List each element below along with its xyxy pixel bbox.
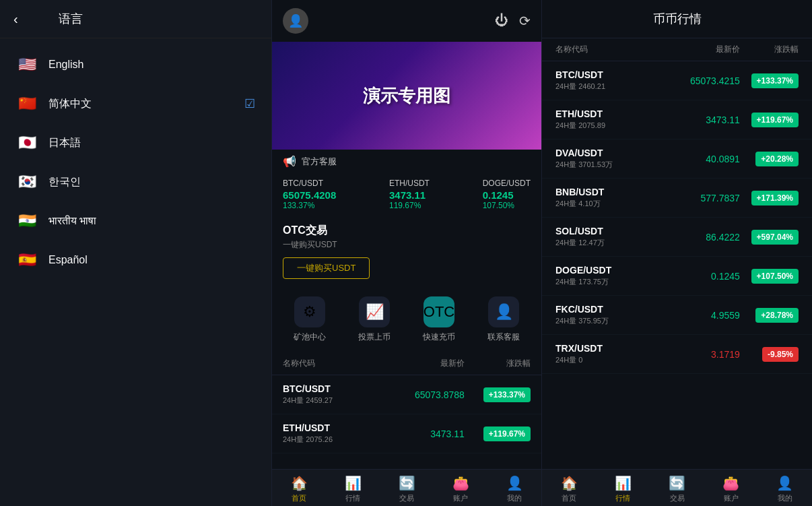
r-pair-col: TRX/USDT 24H量 0 (555, 343, 656, 365)
change-badge: +119.67% (483, 426, 531, 441)
r-pair-name: BNB/USDT (555, 187, 656, 197)
right-nav-label-market: 行情 (615, 493, 630, 503)
avatar[interactable]: 👤 (283, 8, 308, 34)
r-pair-change: -9.85% (740, 347, 799, 362)
service-label: 联系客服 (487, 331, 520, 343)
otc-section: OTC交易 一键购买USDT 一键购买USDT (272, 216, 541, 287)
power-icon[interactable]: ⏻ (495, 13, 508, 29)
lang-item-en[interactable]: 🇺🇸 English (0, 45, 271, 84)
r-pair-volume: 24H量 2075.89 (555, 121, 656, 131)
market-row[interactable]: BTC/USDT 24H量 2459.27 65073.8788 +133.37… (272, 375, 541, 414)
right-market-row[interactable]: SOL/USDT 24H量 12.47万 86.4222 +597.04% (542, 218, 812, 257)
r-change-badge: +107.50% (751, 269, 799, 284)
ticker-pair: DOGE/USDT (483, 179, 531, 188)
r-pair-change: +28.78% (740, 308, 799, 323)
right-nav-item-trade[interactable]: 🔄 交易 (650, 475, 704, 503)
r-pair-change: +107.50% (740, 269, 799, 284)
right-nav-item-home[interactable]: 🏠 首页 (542, 475, 596, 503)
ticker-change: 107.50% (483, 201, 514, 210)
r-pair-volume: 24H量 173.75万 (555, 277, 656, 287)
r-pair-col: BNB/USDT 24H量 4.10万 (555, 187, 656, 209)
main-panel: 👤 ⏻ ⟳ 演示专用图 📢 官方客服 BTC/USDT 65075.4208 1… (271, 0, 542, 506)
pair-change: +133.37% (465, 387, 531, 402)
r-pair-change: +20.28% (740, 152, 799, 166)
market-row[interactable]: ETH/USDT 24H量 2075.26 3473.11 +119.67% (272, 414, 541, 453)
right-market-row[interactable]: TRX/USDT 24H量 0 3.1719 -9.85% (542, 335, 812, 374)
right-header: 币币行情 (542, 0, 812, 38)
nav-icon-trade: 🔄 (399, 475, 415, 491)
right-nav-item-account[interactable]: 👛 账户 (704, 475, 758, 503)
lang-item-zh[interactable]: 🇨🇳 简体中文 ☑ (0, 84, 271, 123)
refresh-icon[interactable]: ⟳ (519, 13, 531, 29)
right-nav-icon-market: 📊 (615, 475, 632, 491)
r-pair-price: 3473.11 (656, 115, 739, 125)
r-pair-name: BTC/USDT (555, 69, 656, 80)
nav-item-home[interactable]: 🏠 首页 (272, 475, 326, 503)
nav-icon-market: 📊 (345, 475, 362, 491)
lang-item-ko[interactable]: 🇰🇷 한국인 (0, 162, 271, 201)
r-col-price: 最新价 (656, 44, 739, 55)
listing-icon: 📈 (359, 296, 390, 327)
right-market-row[interactable]: BTC/USDT 24H量 2460.21 65073.4215 +133.37… (542, 61, 812, 100)
menu-item-service[interactable]: 👤 联系客服 (487, 296, 520, 343)
right-nav-icon-mine: 👤 (776, 475, 793, 491)
speaker-icon: 📢 (283, 155, 296, 168)
otc-button[interactable]: 一键购买USDT (283, 257, 370, 279)
r-pair-col: ETH/USDT 24H量 2075.89 (555, 108, 656, 131)
r-pair-col: BTC/USDT 24H量 2460.21 (555, 69, 656, 92)
lang-item-ja[interactable]: 🇯🇵 日本語 (0, 123, 271, 162)
flag-icon-ko: 🇰🇷 (16, 175, 38, 189)
r-pair-change: +597.04% (740, 230, 799, 245)
ticker-change: 119.67% (389, 201, 421, 210)
r-change-badge: -9.85% (762, 347, 799, 362)
mining-label: 矿池中心 (294, 331, 326, 343)
r-pair-name: DVA/USDT (555, 148, 656, 158)
flag-icon-en: 🇺🇸 (16, 57, 38, 72)
right-nav-item-market[interactable]: 📊 行情 (596, 475, 650, 503)
otc-icon: OTC (424, 296, 454, 327)
market-table: 名称代码 最新价 涨跌幅 BTC/USDT 24H量 2459.27 65073… (272, 352, 541, 469)
nav-item-mine[interactable]: 👤 我的 (487, 475, 541, 503)
lang-title: 语言 (59, 11, 83, 27)
right-market-row[interactable]: DVA/USDT 24H量 3701.53万 40.0891 +20.28% (542, 139, 812, 179)
right-market-row[interactable]: BNB/USDT 24H量 4.10万 577.7837 +171.39% (542, 179, 812, 218)
menu-item-otc[interactable]: OTC 快速充币 (423, 296, 455, 343)
right-nav-label-trade: 交易 (670, 493, 685, 503)
pair-name: ETH/USDT (283, 422, 382, 433)
ticker-change: 133.37% (283, 201, 314, 210)
change-badge: +133.37% (483, 387, 531, 402)
right-nav-label-mine: 我的 (778, 493, 792, 503)
bottom-nav: 🏠 首页 📊 行情 🔄 交易 👛 账户 👤 我的 (272, 469, 541, 506)
right-nav-item-mine[interactable]: 👤 我的 (758, 475, 812, 503)
lang-item-es[interactable]: 🇪🇸 Español (0, 241, 271, 280)
r-pair-name: SOL/USDT (555, 226, 656, 236)
right-market-row[interactable]: FKC/USDT 24H量 375.95万 4.9559 +28.78% (542, 296, 812, 335)
otc-title: OTC交易 (283, 224, 531, 238)
pair-volume: 24H量 2459.27 (283, 396, 382, 406)
r-pair-price: 0.1245 (656, 271, 739, 282)
menu-item-mining[interactable]: ⚙ 矿池中心 (294, 296, 326, 343)
right-market-row[interactable]: ETH/USDT 24H量 2075.89 3473.11 +119.67% (542, 100, 812, 139)
right-market-row[interactable]: DOGE/USDT 24H量 173.75万 0.1245 +107.50% (542, 257, 812, 296)
nav-item-trade[interactable]: 🔄 交易 (380, 475, 434, 503)
r-change-badge: +20.28% (755, 152, 799, 166)
r-pair-col: SOL/USDT 24H量 12.47万 (555, 226, 656, 248)
back-button[interactable]: ‹ (13, 11, 18, 27)
nav-item-market[interactable]: 📊 行情 (326, 475, 380, 503)
pair-volume: 24H量 2075.26 (283, 435, 382, 445)
menu-item-listing[interactable]: 📈 投票上币 (358, 296, 391, 343)
ticker-pair: ETH/USDT (389, 179, 430, 188)
r-pair-change: +119.67% (740, 113, 799, 127)
lang-name-en: English (48, 59, 255, 71)
r-change-badge: +133.37% (751, 73, 799, 88)
r-pair-price: 65073.4215 (656, 75, 739, 86)
ticker-price: 65075.4208 (283, 189, 336, 201)
nav-item-account[interactable]: 👛 账户 (434, 475, 487, 503)
flag-icon-ja: 🇯🇵 (16, 135, 38, 150)
r-change-badge: +119.67% (751, 113, 799, 127)
lang-item-hi[interactable]: 🇮🇳 भारतीय भाषा (0, 201, 271, 241)
right-nav-icon-home: 🏠 (561, 475, 578, 491)
r-pair-col: DOGE/USDT 24H量 173.75万 (555, 265, 656, 287)
right-market-list: BTC/USDT 24H量 2460.21 65073.4215 +133.37… (542, 61, 812, 469)
nav-icon-home: 🏠 (291, 475, 308, 491)
